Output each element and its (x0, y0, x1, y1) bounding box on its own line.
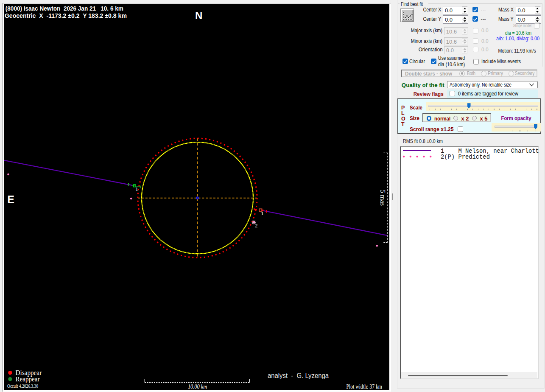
svg-text:2: 2 (254, 222, 257, 228)
svg-text:1: 1 (135, 185, 138, 192)
svg-text:analyst - G. Lyzenga: analyst - G. Lyzenga (267, 371, 329, 379)
svg-text:Plot width: 37 km: Plot width: 37 km (346, 382, 382, 389)
svg-text:(8000) Isaac Newton 2026 Jan: (8000) Isaac Newton 2026 Jan 21 10. 6 km (5, 5, 123, 12)
svg-text:Geocentric X -1173.2 ±0.2 Y: Geocentric X -1173.2 ±0.2 Y 183.2 ±0.8 k… (4, 11, 126, 19)
svg-text:Occult 4.2026.3.30: Occult 4.2026.3.30 (7, 383, 38, 389)
svg-text:5 mas: 5 mas (379, 190, 386, 206)
svg-text:N: N (195, 9, 202, 21)
svg-text:1: 1 (261, 210, 264, 216)
svg-text:10.00 km: 10.00 km (187, 383, 207, 390)
svg-text:Reappear: Reappear (15, 375, 39, 383)
svg-text:E: E (7, 193, 14, 205)
